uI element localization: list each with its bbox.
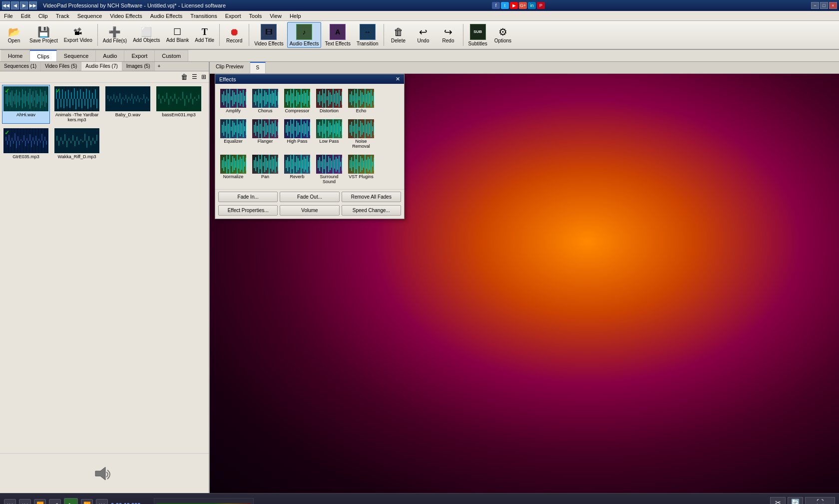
window-maximize-button[interactable]: □ — [820, 2, 828, 9]
tab-export[interactable]: Export — [124, 50, 155, 61]
effect-item-noise-removal[interactable]: Noise Removal — [346, 117, 376, 151]
file-delete-icon[interactable]: 🗑 — [179, 72, 189, 81]
effect-item-distortion[interactable]: Distortion — [314, 87, 344, 115]
clip-preview-tab[interactable]: Clip Preview — [210, 62, 250, 73]
social-linkedin-icon[interactable]: in — [528, 2, 536, 9]
menu-clip[interactable]: Clip — [34, 12, 52, 20]
video-effects-button[interactable]: 🎞 Video Effects — [252, 22, 286, 48]
effect-item-chorus[interactable]: Chorus — [250, 87, 280, 115]
undo-button[interactable]: ↩ Undo — [412, 22, 435, 48]
video-files-tab[interactable]: Video Files (5) — [41, 62, 81, 71]
file-item-wakka[interactable]: Wakka_Riff_D.mp3 — [53, 127, 101, 161]
tab-audio[interactable]: Audio — [96, 50, 124, 61]
vr360-button[interactable]: 🔄 360 — [788, 497, 803, 504]
file-name-wakka: Wakka_Riff_D.mp3 — [57, 154, 96, 159]
options-button[interactable]: ⚙ Options — [491, 22, 515, 48]
images-tab[interactable]: Images (5) — [122, 62, 155, 71]
effect-item-reverb[interactable]: Reverb — [282, 153, 312, 186]
social-facebook-icon[interactable]: f — [492, 2, 500, 9]
add-files-button[interactable]: ➕ Add File(s) — [100, 22, 129, 48]
open-button[interactable]: 📂 Open — [2, 22, 26, 48]
add-blank-button[interactable]: ☐ Add Blank — [164, 22, 192, 48]
window-close-button[interactable]: × — [829, 2, 837, 9]
volume-button[interactable]: Volume — [280, 205, 339, 216]
tab-home[interactable]: Home — [1, 50, 30, 61]
window-minimize-button[interactable]: − — [811, 2, 819, 9]
effect-item-high-pass[interactable]: High Pass — [282, 117, 312, 151]
transport-rewind-button[interactable]: ⏪ — [34, 499, 46, 504]
effect-name-compressor: Compressor — [285, 108, 309, 113]
social-twitter-icon[interactable]: t — [501, 2, 509, 9]
split-icon: ✂ — [775, 499, 781, 504]
nav-back-icon[interactable]: ◀◀ — [2, 1, 10, 9]
file-list-view-icon[interactable]: ☰ — [190, 73, 199, 81]
tab-clips[interactable]: Clips — [30, 50, 56, 61]
tab-custom[interactable]: Custom — [155, 50, 188, 61]
subtitles-button[interactable]: SUB Subtitles — [466, 22, 490, 48]
sequence-preview-tab[interactable]: S — [250, 62, 266, 73]
tab-sequence[interactable]: Sequence — [57, 50, 96, 61]
effect-item-equalizer[interactable]: Equalizer — [218, 117, 248, 151]
menu-sequence[interactable]: Sequence — [73, 12, 106, 20]
file-grid-view-icon[interactable]: ⊞ — [200, 73, 208, 81]
add-tab-button[interactable]: + — [155, 62, 164, 71]
social-google-icon[interactable]: G+ — [519, 2, 527, 9]
file-item-bassem[interactable]: bassEm031.mp3 — [155, 85, 203, 124]
effect-item-echo[interactable]: Echo — [346, 87, 376, 115]
transport-next-button[interactable]: ⏩ — [81, 499, 93, 504]
sequences-tab[interactable]: Sequences (1) — [0, 62, 41, 71]
effect-item-normalize[interactable]: Normalize — [218, 153, 248, 186]
menu-file[interactable]: File — [0, 12, 17, 20]
add-title-button[interactable]: T Add Title — [192, 22, 217, 48]
nav-forward-icon[interactable]: ▶▶ — [29, 1, 37, 9]
text-effects-button[interactable]: A Text Effects — [322, 22, 353, 48]
add-objects-button[interactable]: ⬜ Add Objects — [130, 22, 162, 48]
transport-to-end-button[interactable]: ⏭ — [96, 499, 108, 504]
transport-to-start-button[interactable]: ⏮ — [4, 499, 16, 504]
menu-edit[interactable]: Edit — [17, 12, 34, 20]
file-item-gtre[interactable]: ✓ — [2, 127, 50, 161]
fade-in-button[interactable]: Fade In... — [218, 192, 278, 202]
fade-out-button[interactable]: Fade Out... — [280, 192, 339, 202]
effects-close-icon[interactable]: ✕ — [396, 76, 400, 82]
file-item-babyd[interactable]: Baby_D.wav — [104, 85, 152, 124]
nav-next-icon[interactable]: ▶ — [20, 1, 28, 9]
effect-properties-button[interactable]: Effect Properties... — [218, 205, 278, 216]
volume-meter-bar: -45-39-33-27-21-15-9-30 — [154, 498, 254, 504]
transport-prev-button[interactable]: ◀ — [49, 499, 61, 504]
effect-item-surround-sound[interactable]: Surround Sound — [314, 153, 344, 186]
export-video-button[interactable]: 📽 Export Video — [61, 22, 95, 48]
menu-help[interactable]: Help — [286, 12, 305, 20]
speed-change-button[interactable]: Speed Change... — [342, 205, 401, 216]
redo-button[interactable]: ↪ Redo — [436, 22, 460, 48]
menu-video-effects[interactable]: Video Effects — [106, 12, 146, 20]
transport-prev-frame-button[interactable]: ⏭ — [19, 499, 31, 504]
menu-tools[interactable]: Tools — [245, 12, 266, 20]
menu-audio-effects[interactable]: Audio Effects — [146, 12, 187, 20]
transport-play-button[interactable]: ▶ — [64, 498, 78, 504]
social-pinterest-icon[interactable]: P — [537, 2, 545, 9]
effect-item-compressor[interactable]: Compressor — [282, 87, 312, 115]
fullscreen-button[interactable]: ⛶ Full Screen — [805, 497, 835, 504]
effect-item-vst-plugins[interactable]: VST Plugins — [346, 153, 376, 186]
record-button[interactable]: ⏺ Record — [222, 22, 246, 48]
audio-files-tab[interactable]: Audio Files (7) — [81, 62, 122, 71]
menu-transitions[interactable]: Transitions — [186, 12, 221, 20]
effect-item-low-pass[interactable]: Low Pass — [314, 117, 344, 151]
file-item-animals[interactable]: ✓ — [53, 85, 101, 124]
file-item-ahhi[interactable]: ✓ — [2, 85, 50, 124]
save-project-button[interactable]: 💾 Save Project — [27, 22, 60, 48]
split-button[interactable]: ✂ Split — [770, 497, 786, 504]
remove-all-fades-button[interactable]: Remove All Fades — [342, 192, 401, 202]
effect-item-flanger[interactable]: Flanger — [250, 117, 280, 151]
nav-prev-icon[interactable]: ◀ — [11, 1, 19, 9]
transition-button[interactable]: ↔ Transition — [354, 22, 381, 48]
menu-export[interactable]: Export — [221, 12, 245, 20]
effect-item-amplify[interactable]: Amplify — [218, 87, 248, 115]
effect-item-pan[interactable]: Pan — [250, 153, 280, 186]
social-youtube-icon[interactable]: ▶ — [510, 2, 518, 9]
audio-effects-button[interactable]: ♪ Audio Effects — [287, 22, 322, 48]
delete-button[interactable]: 🗑 Delete — [387, 22, 411, 48]
menu-track[interactable]: Track — [52, 12, 73, 20]
menu-view[interactable]: View — [266, 12, 286, 20]
